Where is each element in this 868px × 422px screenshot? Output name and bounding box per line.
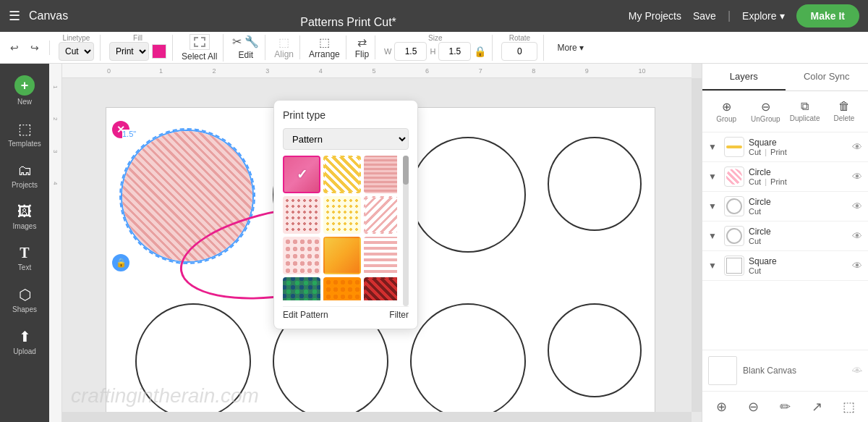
pattern-item-1[interactable]: ✓ bbox=[283, 156, 320, 193]
width-input[interactable] bbox=[394, 42, 427, 61]
linetype-select[interactable]: Cut bbox=[59, 42, 94, 61]
sidebar-item-shapes[interactable]: ⬡ Shapes bbox=[3, 280, 46, 319]
duplicate-button[interactable]: ⧉ Duplicate bbox=[787, 97, 823, 126]
pattern-item-4[interactable] bbox=[283, 196, 320, 234]
tab-color-sync[interactable]: Color Sync bbox=[786, 64, 869, 90]
app-title: Canvas bbox=[29, 9, 68, 22]
eye-icon-3[interactable]: 👁 bbox=[852, 201, 862, 212]
expand-icon-1: ▼ bbox=[708, 142, 720, 152]
fill-color-swatch[interactable] bbox=[152, 44, 166, 59]
select-all-button[interactable]: Select All bbox=[182, 51, 217, 62]
more-button[interactable]: More ▾ bbox=[553, 41, 588, 54]
layer-item-circle-pattern[interactable]: ▼ Circle Cut | Print 👁 bbox=[702, 162, 868, 192]
delete-button[interactable]: 🗑 Delete bbox=[826, 97, 862, 126]
explore-link[interactable]: Explore ▾ bbox=[742, 10, 784, 22]
layer-item-circle-1[interactable]: ▼ Circle Cut 👁 bbox=[702, 192, 868, 221]
sidebar-item-upload[interactable]: ⬆ Upload bbox=[3, 322, 46, 361]
redo-button[interactable]: ↪ bbox=[26, 41, 43, 55]
menu-icon[interactable]: ☰ bbox=[9, 8, 20, 24]
selection-box[interactable]: ✕ 🔒 bbox=[119, 128, 255, 264]
footer-btn-4[interactable]: ↗ bbox=[803, 396, 832, 418]
project-title: Patterns Print Cut* bbox=[300, 16, 396, 29]
layer-info-3: Circle Cut bbox=[749, 197, 848, 216]
arrange-button[interactable]: Arrange bbox=[309, 49, 340, 59]
right-panel: Layers Color Sync ⊕ Group ⊖ UnGroup ⧉ Du… bbox=[702, 64, 868, 422]
pattern-grid: ✓ bbox=[283, 156, 397, 300]
make-it-button[interactable]: Make It bbox=[796, 4, 859, 28]
rotate-input[interactable] bbox=[501, 42, 537, 61]
sidebar-item-new[interactable]: + New bbox=[3, 69, 46, 111]
sidebar-label-projects: Projects bbox=[12, 181, 38, 189]
expand-icon-3: ▼ bbox=[708, 201, 720, 211]
edit-pattern-button[interactable]: Edit Pattern bbox=[283, 310, 328, 320]
pattern-fill bbox=[122, 131, 252, 261]
pattern-item-9[interactable] bbox=[364, 237, 397, 274]
flip-button[interactable]: Flip bbox=[355, 49, 369, 59]
footer-btn-2[interactable]: ⊖ bbox=[739, 396, 767, 418]
fill-select[interactable]: Print bbox=[109, 42, 149, 61]
eye-icon-2[interactable]: 👁 bbox=[852, 171, 862, 182]
circle-7[interactable] bbox=[548, 303, 642, 397]
scrollbar-horizontal[interactable] bbox=[62, 412, 692, 422]
sidebar-item-images[interactable]: 🖼 Images bbox=[3, 198, 46, 236]
layer-item-circle-2[interactable]: ▼ Circle Cut 👁 bbox=[702, 221, 868, 251]
circle-thumb-icon-2 bbox=[726, 228, 742, 244]
circle-2[interactable] bbox=[410, 137, 526, 253]
filter-button[interactable]: Filter bbox=[389, 310, 409, 320]
blank-canvas-eye-icon[interactable]: 👁 bbox=[852, 365, 862, 376]
my-projects-link[interactable]: My Projects bbox=[629, 10, 681, 22]
left-sidebar: + New ⬚ Templates 🗂 Projects 🖼 Images T … bbox=[0, 64, 49, 422]
pattern-item-10[interactable] bbox=[283, 277, 320, 300]
group-button[interactable]: ⊕ Group bbox=[708, 97, 744, 126]
canvas-area[interactable]: 0 1 2 3 4 5 6 7 8 9 10 1 2 3 4 bbox=[49, 64, 702, 422]
pattern-item-11[interactable] bbox=[323, 277, 361, 300]
height-input[interactable] bbox=[438, 42, 471, 61]
align-button[interactable]: Align bbox=[274, 49, 294, 59]
w-label: W bbox=[384, 47, 391, 56]
save-link[interactable]: Save bbox=[693, 10, 716, 22]
lock-button[interactable]: 🔒 bbox=[112, 254, 129, 271]
projects-icon: 🗂 bbox=[17, 162, 32, 179]
footer-btn-3[interactable]: ✏ bbox=[770, 396, 799, 418]
pattern-item-8[interactable] bbox=[323, 237, 361, 274]
group-label: Group bbox=[716, 115, 736, 123]
sidebar-label-upload: Upload bbox=[13, 347, 36, 355]
footer-btn-1[interactable]: ⊕ bbox=[707, 396, 736, 418]
layer-item-square-1[interactable]: ▼ Square Cut | Print 👁 bbox=[702, 132, 868, 162]
pattern-item-12[interactable] bbox=[364, 277, 397, 300]
templates-icon: ⬚ bbox=[18, 120, 32, 138]
right-tabs: Layers Color Sync bbox=[702, 64, 868, 91]
pattern-item-5[interactable] bbox=[323, 196, 361, 234]
footer-btn-5[interactable]: ⬚ bbox=[835, 396, 864, 418]
circle-4[interactable] bbox=[135, 303, 251, 412]
eye-icon-5[interactable]: 👁 bbox=[852, 260, 862, 271]
undo-button[interactable]: ↩ bbox=[6, 41, 23, 55]
pattern-scrollbar-thumb[interactable] bbox=[403, 156, 409, 185]
layer-thumb-4 bbox=[724, 226, 744, 246]
circle-pattern-thumb-icon bbox=[726, 169, 742, 185]
layer-item-square-2[interactable]: ▼ Square Cut 👁 bbox=[702, 251, 868, 281]
circle-3[interactable] bbox=[548, 137, 642, 231]
pattern-type-select[interactable]: Pattern bbox=[283, 128, 409, 150]
eye-icon-4[interactable]: 👁 bbox=[852, 230, 862, 242]
pattern-item-3[interactable] bbox=[364, 156, 397, 193]
arrange-group: ⬚ Arrange bbox=[309, 35, 346, 59]
circle-6[interactable] bbox=[410, 303, 526, 412]
tab-layers[interactable]: Layers bbox=[702, 64, 786, 90]
sidebar-label-new: New bbox=[17, 98, 32, 106]
sidebar-label-text: Text bbox=[18, 263, 31, 271]
ungroup-button[interactable]: ⊖ UnGroup bbox=[747, 97, 783, 126]
pattern-item-6[interactable] bbox=[364, 196, 397, 234]
pattern-scrollbar[interactable] bbox=[403, 156, 409, 306]
sidebar-item-text[interactable]: T Text bbox=[3, 239, 46, 277]
square-thumb-icon bbox=[726, 145, 742, 148]
fill-field: Fill Print bbox=[109, 35, 166, 61]
scrollbar-vertical[interactable] bbox=[692, 78, 702, 412]
pattern-item-7[interactable] bbox=[283, 237, 320, 274]
eye-icon-1[interactable]: 👁 bbox=[852, 141, 862, 153]
sidebar-item-templates[interactable]: ⬚ Templates bbox=[3, 114, 46, 153]
pattern-item-2[interactable] bbox=[323, 156, 361, 193]
sidebar-item-projects[interactable]: 🗂 Projects bbox=[3, 156, 46, 195]
edit-button[interactable]: Edit bbox=[239, 50, 254, 60]
size-field: Size W H 🔒 bbox=[384, 35, 486, 61]
